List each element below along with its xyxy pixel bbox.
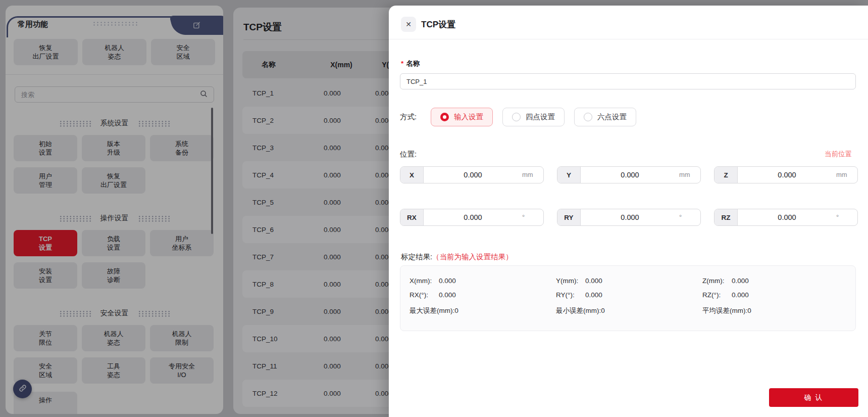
calibration-result-box: X(mm):0.000 Y(mm):0.000 Z(mm):0.000 RX(°… — [400, 265, 856, 331]
divider — [389, 39, 868, 39]
result-note: （当前为输入设置结果） — [432, 253, 513, 261]
name-input[interactable] — [400, 73, 856, 89]
method-label: 方式: — [400, 112, 417, 122]
radio-four-point-setting[interactable]: 四点设置 — [502, 108, 565, 126]
close-button[interactable]: ✕ — [401, 17, 416, 32]
radio-unselected-icon — [584, 113, 592, 121]
ry-input[interactable]: RY 0.000 ° — [557, 209, 701, 226]
radio-unselected-icon — [512, 113, 521, 121]
rz-input[interactable]: RZ 0.000 ° — [714, 209, 858, 226]
result-y: Y(mm):0.000 — [556, 277, 602, 285]
result-max-error: 最大误差(mm):0 — [410, 306, 458, 315]
calibration-result-label: 标定结果:（当前为输入设置结果） — [401, 252, 513, 262]
result-rz: RZ(°):0.000 — [702, 291, 749, 299]
tcp-settings-dialog: ✕ TCP设置 *名称 方式: 输入设置 四点设置 六点设置 位置: 当前位置 … — [389, 6, 868, 417]
required-asterisk: * — [401, 60, 403, 67]
current-position-link[interactable]: 当前位置 — [825, 150, 852, 159]
result-avg-error: 平均误差(mm):0 — [702, 306, 751, 315]
close-icon: ✕ — [405, 20, 412, 28]
z-input[interactable]: Z 0.000 mm — [714, 166, 858, 183]
method-row: 方式: 输入设置 四点设置 六点设置 — [400, 108, 646, 126]
confirm-button[interactable]: 确 认 — [769, 388, 858, 407]
result-z: Z(mm):0.000 — [702, 277, 749, 285]
rx-input[interactable]: RX 0.000 ° — [400, 209, 544, 226]
result-x: X(mm):0.000 — [410, 277, 456, 285]
dialog-title: TCP设置 — [421, 19, 455, 30]
radio-input-setting[interactable]: 输入设置 — [431, 108, 493, 126]
x-input[interactable]: X 0.000 mm — [400, 166, 544, 183]
result-rx: RX(°):0.000 — [410, 291, 456, 299]
name-field-label: *名称 — [401, 59, 420, 68]
radio-six-point-setting[interactable]: 六点设置 — [574, 108, 636, 126]
position-label: 位置: — [400, 150, 417, 159]
radio-selected-icon — [440, 113, 449, 121]
result-ry: RY(°):0.000 — [556, 291, 602, 299]
y-input[interactable]: Y 0.000 mm — [557, 166, 701, 183]
result-min-error: 最小误差(mm):0 — [556, 306, 605, 315]
